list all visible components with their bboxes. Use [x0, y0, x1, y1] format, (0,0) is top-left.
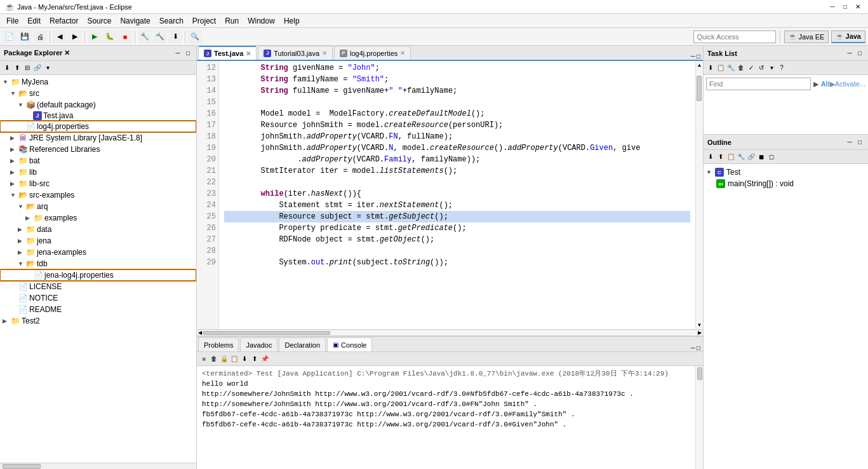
- tree-item-lib-src[interactable]: ▶ 📁 lib-src: [0, 178, 196, 189]
- tree-arrow-test2[interactable]: ▶: [3, 318, 10, 324]
- tasklist-maximize-btn[interactable]: □: [855, 49, 864, 58]
- tree-item-ref-libs[interactable]: ▶ 📚 Referenced Libraries: [0, 144, 196, 155]
- tree-item-test-java[interactable]: J Test.java: [0, 111, 196, 121]
- toolbar-new-btn[interactable]: 📄: [3, 30, 17, 44]
- console-content[interactable]: <terminated> Test [Java Application] C:\…: [197, 366, 695, 469]
- menu-help[interactable]: Help: [280, 15, 304, 27]
- tasklist-btn-5[interactable]: ✓: [747, 64, 756, 72]
- pkg-toolbar-link-btn[interactable]: 🔗: [33, 64, 42, 72]
- tree-item-readme[interactable]: 📄 README: [0, 304, 196, 315]
- editor-hscrollbar[interactable]: ◀ ▶: [197, 329, 703, 336]
- tree-item-examples[interactable]: ▶ 📁 examples: [0, 212, 196, 224]
- quick-access-input[interactable]: [693, 31, 776, 43]
- tab-test-java-close[interactable]: ✕: [246, 50, 251, 57]
- editor-hscroll-left[interactable]: ◀: [197, 330, 203, 336]
- task-all-btn[interactable]: All: [821, 80, 830, 88]
- tab-test-java[interactable]: J Test.java ✕: [198, 46, 257, 60]
- tree-item-jre[interactable]: ▶ 🏛 JRE System Library [JavaSE-1.8]: [0, 132, 196, 144]
- package-hscrollbar[interactable]: [0, 463, 196, 469]
- tree-item-default-package[interactable]: ▼ 📦 (default package): [0, 99, 196, 111]
- toolbar-save-btn[interactable]: 💾: [18, 30, 32, 44]
- tree-item-bat[interactable]: ▶ 📁 bat: [0, 155, 196, 167]
- tree-arrow-jre[interactable]: ▶: [10, 135, 18, 141]
- tasklist-btn-1[interactable]: ⬇: [706, 64, 715, 72]
- tree-arrow-myjena[interactable]: ▼: [3, 79, 10, 85]
- outline-minimize-btn[interactable]: ─: [845, 138, 854, 147]
- tree-arrow-lib[interactable]: ▶: [10, 169, 18, 175]
- perspective-java-ee-btn[interactable]: ☕ Java EE: [784, 31, 829, 43]
- menu-edit[interactable]: Edit: [23, 15, 44, 27]
- tab-log4j-close[interactable]: ✕: [400, 50, 405, 57]
- console-stop-btn[interactable]: ■: [199, 355, 208, 364]
- editor-maximize-btn[interactable]: □: [697, 53, 700, 60]
- tab-console[interactable]: ▣ Console: [327, 337, 372, 351]
- task-activate-label[interactable]: Activate...: [835, 80, 865, 88]
- menu-refactor[interactable]: Refactor: [46, 15, 82, 27]
- tree-arrow-jena[interactable]: ▶: [18, 238, 25, 244]
- toolbar-stop-btn[interactable]: ■: [118, 30, 132, 44]
- perspective-java-btn[interactable]: ☕ Java: [831, 31, 865, 43]
- editor-vscrollbar[interactable]: ▲ ▼: [695, 61, 703, 329]
- outline-class-test[interactable]: ▼ C Test: [706, 167, 865, 178]
- outline-btn-6[interactable]: ◼: [757, 153, 766, 161]
- editor-scroll-up[interactable]: ▲: [697, 62, 702, 68]
- panel-maximize-btn[interactable]: □: [184, 49, 192, 58]
- toolbar-debug-btn[interactable]: 🐛: [103, 30, 117, 44]
- tree-item-data[interactable]: ▶ 📁 data: [0, 224, 196, 235]
- tree-arrow-bat[interactable]: ▶: [10, 158, 18, 164]
- outline-btn-7[interactable]: ◻: [767, 153, 776, 161]
- tasklist-btn-3[interactable]: 🔧: [726, 64, 735, 72]
- tab-declaration[interactable]: Declaration: [279, 337, 326, 351]
- maximize-button[interactable]: □: [840, 2, 850, 12]
- pkg-toolbar-btn-2[interactable]: ⬆: [13, 64, 22, 72]
- tree-item-license[interactable]: 📄 LICENSE: [0, 281, 196, 292]
- pkg-toolbar-btn-1[interactable]: ⬇: [3, 64, 11, 72]
- tree-item-jena-examples[interactable]: ▶ 📁 jena-examples: [0, 247, 196, 258]
- tree-item-notice[interactable]: 📄 NOTICE: [0, 292, 196, 304]
- toolbar-search-btn[interactable]: 🔍: [188, 30, 202, 44]
- console-btn-4[interactable]: 📋: [230, 355, 239, 364]
- tab-log4j[interactable]: P log4j.properties ✕: [334, 46, 411, 60]
- tree-item-src[interactable]: ▼ 📂 src: [0, 88, 196, 99]
- minimize-button[interactable]: ─: [827, 2, 838, 12]
- editor-hscroll-thumb[interactable]: [203, 331, 330, 335]
- console-maximize-btn[interactable]: □: [697, 344, 700, 351]
- outline-maximize-btn[interactable]: □: [855, 138, 864, 147]
- tree-item-src-examples[interactable]: ▼ 📂 src-examples: [0, 189, 196, 201]
- tree-arrow-arq[interactable]: ▼: [18, 203, 25, 210]
- editor-scroll-down[interactable]: ▼: [697, 322, 702, 328]
- menu-run[interactable]: Run: [221, 15, 243, 27]
- tasklist-btn-4[interactable]: 🗑: [737, 64, 745, 72]
- tree-item-lib[interactable]: ▶ 📁 lib: [0, 167, 196, 178]
- outline-btn-1[interactable]: ⬇: [706, 153, 715, 161]
- editor-scroll-thumb[interactable]: [697, 76, 702, 101]
- outline-btn-3[interactable]: 📋: [726, 153, 735, 161]
- tree-arrow-ref-libs[interactable]: ▶: [10, 146, 18, 153]
- menu-file[interactable]: File: [3, 15, 22, 27]
- outline-class-arrow[interactable]: ▼: [706, 169, 712, 175]
- menu-navigate[interactable]: Navigate: [116, 15, 154, 27]
- tasklist-help-btn[interactable]: ?: [777, 64, 786, 72]
- tree-arrow-src-examples[interactable]: ▼: [10, 192, 18, 198]
- tasklist-btn-2[interactable]: 📋: [716, 64, 725, 72]
- tree-arrow-default-pkg[interactable]: ▼: [18, 102, 25, 108]
- close-button[interactable]: ✕: [853, 2, 863, 12]
- menu-source[interactable]: Source: [83, 15, 115, 27]
- pkg-toolbar-collapse-btn[interactable]: ⊟: [23, 64, 32, 72]
- tree-item-jena-log4j[interactable]: 📄 jena-log4j.properties: [0, 269, 196, 281]
- console-btn-6[interactable]: ⬆: [250, 355, 259, 364]
- pkg-toolbar-filter-btn[interactable]: ▾: [43, 64, 52, 72]
- outline-btn-5[interactable]: 🔗: [747, 153, 756, 161]
- editor-scroll-track[interactable]: [697, 68, 703, 322]
- package-hscroll-thumb[interactable]: [3, 464, 41, 469]
- tree-item-jena[interactable]: ▶ 📁 jena: [0, 235, 196, 247]
- tree-arrow-lib-src[interactable]: ▶: [10, 180, 18, 187]
- console-scroll-thumb[interactable]: [697, 367, 702, 380]
- tasklist-minimize-btn[interactable]: ─: [845, 49, 854, 58]
- tree-arrow-examples[interactable]: ▶: [25, 215, 33, 221]
- tab-tutorial-java[interactable]: J Tutorial03.java ✕: [258, 46, 333, 60]
- console-pin-btn[interactable]: 📌: [260, 355, 269, 364]
- tree-item-myjena[interactable]: ▼ 📁 MyJena: [0, 76, 196, 88]
- tree-arrow-jena-examples[interactable]: ▶: [18, 249, 25, 255]
- panel-minimize-btn[interactable]: ─: [173, 49, 182, 58]
